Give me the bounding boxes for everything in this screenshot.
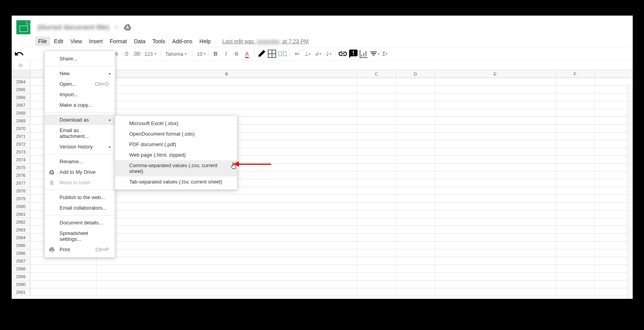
cell[interactable] xyxy=(357,117,396,124)
cell[interactable] xyxy=(556,156,595,163)
cell[interactable] xyxy=(556,234,595,241)
cell[interactable] xyxy=(435,132,556,140)
menu-publish[interactable]: Publish to the web... xyxy=(45,192,115,203)
borders-button[interactable] xyxy=(267,49,277,59)
cell[interactable] xyxy=(97,195,357,202)
cell[interactable] xyxy=(396,117,435,124)
cell[interactable] xyxy=(556,242,595,249)
functions-button[interactable]: Σ▾ xyxy=(380,49,390,59)
menu-tools[interactable]: Tools xyxy=(149,37,168,46)
cell[interactable] xyxy=(396,78,435,85)
cell[interactable] xyxy=(30,265,97,272)
number-format-select[interactable]: 123 xyxy=(142,50,159,58)
cell[interactable] xyxy=(357,109,396,116)
cell[interactable] xyxy=(556,94,595,101)
cell[interactable] xyxy=(357,101,396,109)
cell[interactable] xyxy=(556,195,595,202)
cell[interactable] xyxy=(435,101,556,109)
cell[interactable] xyxy=(435,78,556,85)
menu-help[interactable]: Help xyxy=(197,37,214,46)
row-header[interactable]: 2990 xyxy=(12,281,30,288)
cell[interactable] xyxy=(396,164,435,171)
cell[interactable] xyxy=(396,210,435,218)
cell[interactable] xyxy=(396,156,435,163)
cell[interactable] xyxy=(97,101,357,109)
cell[interactable] xyxy=(435,273,556,280)
menu-share[interactable]: Share... xyxy=(45,53,115,64)
cell[interactable] xyxy=(396,288,435,296)
cell[interactable] xyxy=(556,164,595,171)
row-header[interactable]: 2964 xyxy=(12,78,30,85)
column-header-f[interactable]: F xyxy=(556,70,595,78)
cell[interactable] xyxy=(396,94,435,101)
cell[interactable] xyxy=(435,125,556,132)
font-size-select[interactable]: 10 xyxy=(195,50,206,58)
submenu-ods[interactable]: OpenDocument format (.ods) xyxy=(115,129,237,139)
cell[interactable] xyxy=(396,132,435,140)
cell[interactable] xyxy=(556,288,595,296)
cell[interactable] xyxy=(357,265,396,272)
cell[interactable] xyxy=(357,132,396,140)
menu-import[interactable]: Import... xyxy=(45,89,115,100)
text-rotation-button[interactable]: ⤸▾ xyxy=(323,49,333,59)
menu-add-drive[interactable]: Add to My Drive xyxy=(45,167,115,177)
cell[interactable] xyxy=(556,109,595,116)
row-header[interactable]: 2976 xyxy=(12,171,30,179)
cell[interactable] xyxy=(396,140,435,148)
chart-button[interactable] xyxy=(359,49,369,59)
cell[interactable] xyxy=(396,265,435,272)
cell[interactable] xyxy=(396,171,435,179)
cell[interactable] xyxy=(30,281,97,288)
cell[interactable] xyxy=(357,288,396,296)
submenu-xlsx[interactable]: Microsoft Excel (.xlsx) xyxy=(115,118,237,129)
cell[interactable] xyxy=(357,187,396,194)
horizontal-align-button[interactable]: ≡▾ xyxy=(292,49,302,59)
cell[interactable] xyxy=(357,94,396,101)
row-header[interactable]: 2984 xyxy=(12,234,30,241)
row-header[interactable]: 2987 xyxy=(12,257,30,265)
cell[interactable] xyxy=(435,281,556,288)
cell[interactable] xyxy=(357,281,396,288)
cell[interactable] xyxy=(435,148,556,155)
italic-button[interactable]: I xyxy=(221,49,231,59)
cell[interactable] xyxy=(97,226,357,233)
sheets-logo-icon[interactable] xyxy=(16,20,30,34)
cell[interactable] xyxy=(357,195,396,202)
row-header[interactable]: 2968 xyxy=(12,109,30,116)
cell[interactable] xyxy=(435,210,556,218)
cell[interactable] xyxy=(357,140,396,148)
cell[interactable] xyxy=(30,288,97,296)
cell[interactable] xyxy=(435,164,556,171)
menu-version-history[interactable]: Version history xyxy=(45,141,115,152)
cell[interactable] xyxy=(97,86,357,93)
cell[interactable] xyxy=(396,281,435,288)
cell[interactable] xyxy=(396,242,435,249)
cell[interactable] xyxy=(435,171,556,179)
cell[interactable] xyxy=(396,234,435,241)
cell[interactable] xyxy=(357,242,396,249)
cell[interactable] xyxy=(556,249,595,257)
row-header[interactable]: 2973 xyxy=(12,148,30,155)
row-header[interactable]: 2974 xyxy=(12,156,30,163)
cell[interactable] xyxy=(556,171,595,179)
row-header[interactable]: 2967 xyxy=(12,101,30,109)
row-header[interactable]: 2966 xyxy=(12,94,30,101)
cell[interactable] xyxy=(396,203,435,210)
cell[interactable] xyxy=(97,242,357,249)
row-header[interactable]: 2977 xyxy=(12,179,30,187)
cell[interactable] xyxy=(97,288,357,296)
cell[interactable] xyxy=(357,203,396,210)
select-all-corner[interactable] xyxy=(12,70,30,78)
cell[interactable] xyxy=(97,234,357,241)
menu-email-attach[interactable]: Email as attachment... xyxy=(45,125,115,141)
link-button[interactable] xyxy=(338,49,348,59)
cell[interactable] xyxy=(357,257,396,265)
cell[interactable] xyxy=(435,117,556,124)
cell[interactable] xyxy=(435,94,556,101)
row-header[interactable]: 2983 xyxy=(12,226,30,233)
vertical-scrollbar[interactable] xyxy=(627,85,633,299)
cell[interactable] xyxy=(357,171,396,179)
cell[interactable] xyxy=(357,148,396,155)
cell[interactable] xyxy=(357,179,396,187)
menu-settings[interactable]: Spreadsheet settings... xyxy=(45,228,115,244)
